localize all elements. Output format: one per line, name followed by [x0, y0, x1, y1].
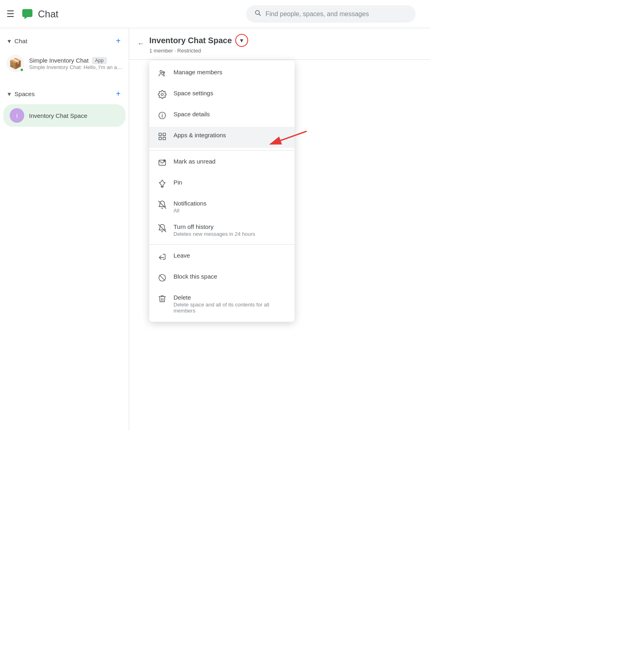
svg-rect-10 [163, 133, 165, 136]
svg-point-5 [161, 93, 163, 96]
menu-item-block-space[interactable]: Block this space [149, 268, 295, 289]
menu-item-space-settings[interactable]: Space settings [149, 85, 295, 106]
menu-item-manage-members[interactable]: Manage members [149, 64, 295, 85]
svg-line-20 [160, 275, 165, 281]
menu-item-history-off[interactable]: Turn off history Deletes new messages in… [149, 218, 295, 242]
svg-point-14 [163, 159, 166, 162]
search-bar[interactable]: Find people, spaces, and messages [246, 5, 416, 23]
chat-section-header[interactable]: ▼ Chat + [0, 31, 129, 50]
mark-unread-label: Mark as unread [174, 158, 286, 165]
leave-icon [157, 252, 167, 263]
apps-integrations-content: Apps & integrations [174, 132, 286, 138]
svg-line-2 [259, 14, 261, 16]
delete-content: Delete Delete space and all of its conte… [174, 294, 286, 314]
mark-unread-icon [157, 158, 167, 169]
menu-item-notifications[interactable]: Notifications All [149, 195, 295, 218]
svg-point-3 [160, 71, 163, 73]
trash-icon [157, 294, 167, 305]
svg-rect-12 [163, 137, 165, 140]
block-space-label: Block this space [174, 273, 286, 280]
online-indicator [20, 68, 24, 72]
space-title-block: Inventory Chat Space ▾ 1 member · Restri… [149, 34, 248, 54]
mark-unread-content: Mark as unread [174, 158, 286, 165]
app-logo [19, 7, 34, 21]
leave-content: Leave [174, 252, 286, 259]
apps-icon [157, 132, 167, 143]
svg-rect-11 [159, 137, 161, 140]
chat-info: Simple Inventory Chat App Simple Invento… [29, 57, 122, 70]
content-header: ← Inventory Chat Space ▾ 1 member · Rest… [129, 28, 430, 60]
pin-icon [157, 179, 167, 190]
menu-item-apps-integrations[interactable]: Apps & integrations [149, 127, 295, 148]
space-details-content: Space details [174, 111, 286, 117]
chat-section-left: ▼ Chat [6, 38, 27, 44]
spaces-section-header[interactable]: ▼ Spaces + [0, 84, 129, 103]
delete-sublabel: Delete space and all of its contents for… [174, 302, 286, 314]
space-avatar: I [10, 108, 24, 123]
menu-item-mark-unread[interactable]: Mark as unread [149, 153, 295, 174]
block-space-content: Block this space [174, 273, 286, 280]
people-icon [157, 69, 167, 80]
search-placeholder: Find people, spaces, and messages [266, 10, 369, 18]
content-area: ← Inventory Chat Space ▾ 1 member · Rest… [129, 28, 430, 430]
app-title: Chat [38, 8, 59, 20]
leave-label: Leave [174, 252, 286, 259]
menu-item-delete[interactable]: Delete Delete space and all of its conte… [149, 289, 295, 319]
dropdown-toggle-button[interactable]: ▾ [235, 34, 248, 47]
main-layout: ▼ Chat + 📦 Simple Inventory Chat App Sim… [0, 28, 430, 430]
space-meta: 1 member · Restricted [149, 48, 248, 54]
space-item-inventory[interactable]: I Inventory Chat Space [3, 104, 125, 127]
manage-members-label: Manage members [174, 69, 286, 76]
app-badge: App [92, 57, 107, 64]
chat-name: Simple Inventory Chat [29, 57, 89, 64]
avatar-container: 📦 [6, 55, 24, 72]
history-off-content: Turn off history Deletes new messages in… [174, 223, 286, 237]
dropdown-menu: Manage members Space settings [149, 61, 295, 322]
space-title: Inventory Chat Space [149, 36, 232, 45]
chat-add-button[interactable]: + [114, 35, 122, 47]
spaces-chevron-icon: ▼ [6, 91, 12, 97]
svg-rect-9 [159, 133, 161, 136]
divider-1 [149, 150, 295, 151]
menu-item-space-details[interactable]: Space details [149, 106, 295, 127]
history-off-sublabel: Deletes new messages in 24 hours [174, 231, 286, 237]
chat-preview: Simple Inventory Chat: Hello, I'm an awe… [29, 64, 122, 70]
space-title-row: Inventory Chat Space ▾ [149, 34, 248, 47]
block-icon [157, 273, 167, 284]
notifications-sublabel: All [174, 208, 286, 214]
notifications-label: Notifications [174, 200, 286, 207]
space-settings-label: Space settings [174, 90, 286, 96]
spaces-section-left: ▼ Spaces [6, 90, 35, 97]
chat-name-row: Simple Inventory Chat App [29, 57, 122, 64]
pin-label: Pin [174, 179, 286, 186]
history-off-icon [157, 224, 167, 235]
back-button[interactable]: ← [137, 40, 144, 48]
apps-integrations-label: Apps & integrations [174, 132, 286, 138]
top-header: ☰ Chat Find people, spaces, and messages [0, 0, 430, 28]
delete-label: Delete [174, 294, 286, 301]
chat-item-simple-inventory[interactable]: 📦 Simple Inventory Chat App Simple Inven… [0, 50, 129, 76]
spaces-section-label: Spaces [15, 90, 35, 97]
divider-2 [149, 244, 295, 245]
bell-icon [157, 200, 167, 211]
chevron-down-icon: ▼ [6, 38, 12, 44]
svg-point-4 [163, 71, 165, 73]
info-icon [157, 111, 167, 122]
gear-icon [157, 90, 167, 101]
space-settings-content: Space settings [174, 90, 286, 96]
chat-section-label: Chat [15, 38, 27, 44]
chevron-down-icon: ▾ [240, 37, 243, 44]
menu-item-leave[interactable]: Leave [149, 247, 295, 268]
space-details-label: Space details [174, 111, 286, 117]
pin-content: Pin [174, 179, 286, 186]
sidebar: ▼ Chat + 📦 Simple Inventory Chat App Sim… [0, 28, 129, 430]
history-off-label: Turn off history [174, 223, 286, 230]
spaces-add-button[interactable]: + [114, 88, 122, 100]
search-icon [254, 9, 261, 19]
menu-icon[interactable]: ☰ [6, 10, 15, 19]
notifications-content: Notifications All [174, 200, 286, 214]
manage-members-content: Manage members [174, 69, 286, 76]
space-name: Inventory Chat Space [29, 112, 87, 119]
menu-item-pin[interactable]: Pin [149, 174, 295, 195]
